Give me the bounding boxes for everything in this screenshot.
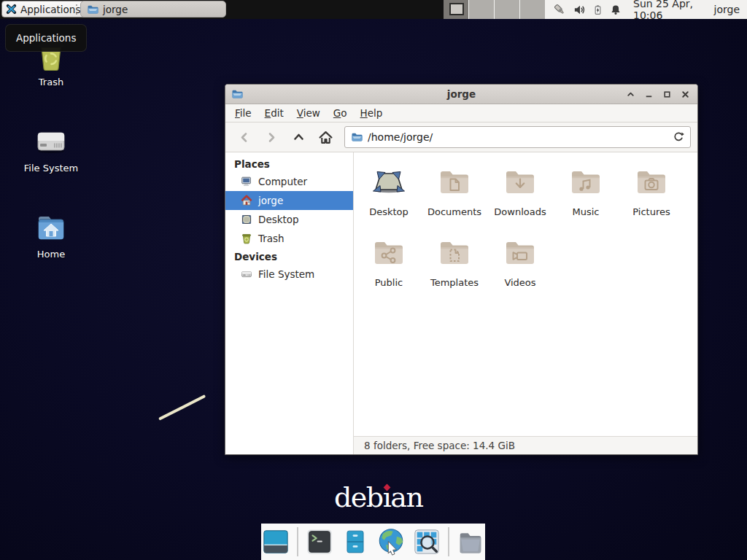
panel-handle[interactable]: [75, 4, 78, 15]
battery-tray-icon[interactable]: [592, 4, 603, 16]
maximize-button[interactable]: [661, 88, 673, 101]
sidebar-item-computer[interactable]: Computer: [225, 172, 353, 191]
path-bar[interactable]: [344, 126, 691, 148]
menubar: FileEditViewGoHelp: [225, 104, 697, 122]
shade-button[interactable]: [624, 88, 637, 101]
toolbar: [225, 122, 697, 152]
show-desktop-icon: [262, 528, 290, 556]
path-input[interactable]: [368, 131, 667, 143]
status-bar: 8 folders, Free space: 14.4 GiB: [354, 436, 697, 454]
sidebar-item-label: Trash: [258, 233, 285, 244]
menu-help[interactable]: Help: [354, 105, 390, 121]
up-button[interactable]: [286, 126, 311, 148]
terminal-icon: [306, 528, 333, 556]
folder-icon: [87, 4, 98, 15]
desktop-icon-label: File System: [24, 163, 78, 174]
close-button[interactable]: [679, 88, 692, 101]
desktop16-icon: [241, 214, 252, 225]
window-titlebar[interactable]: jorge: [225, 85, 697, 104]
home48-icon: [34, 210, 69, 245]
dock-file-manager-button[interactable]: [341, 527, 370, 556]
menu-go[interactable]: Go: [327, 105, 354, 121]
path-folder-icon: [351, 131, 363, 143]
dock: [261, 524, 485, 560]
folder-icon: [457, 528, 484, 556]
file-music[interactable]: Music: [553, 165, 619, 236]
window-folder-icon: [231, 88, 243, 100]
back-button[interactable]: [232, 126, 257, 148]
volume-tray-icon[interactable]: [573, 4, 586, 16]
user-menu[interactable]: jorge: [714, 4, 740, 15]
sidebar-item-label: Computer: [258, 176, 307, 187]
workspace-1[interactable]: [444, 0, 469, 19]
desktop-folder-icon: [371, 165, 406, 200]
file-manager-icon: [343, 528, 368, 556]
workspace-4[interactable]: [520, 0, 546, 19]
top-panel: Applications jorge Sun 25 Apr, 10:06 jor…: [0, 0, 747, 19]
dock-folder-button[interactable]: [456, 527, 485, 556]
computer16-icon: [241, 176, 252, 187]
taskbar-window-label: jorge: [103, 4, 128, 15]
wordmark-post: an: [390, 481, 422, 513]
sidebar-item-label: File System: [258, 268, 314, 280]
dock-terminal-button[interactable]: [305, 527, 334, 556]
pencil-stroke-artifact: [158, 394, 206, 421]
reload-button[interactable]: [673, 131, 684, 143]
file-label: Documents: [427, 206, 481, 217]
workspace-window-preview: [449, 3, 464, 15]
clock[interactable]: Sun 25 Apr, 10:06: [633, 0, 704, 21]
sidebar-item-trash[interactable]: Trash: [225, 229, 353, 248]
file-label: Music: [573, 206, 600, 217]
desktop: Applications jorge Sun 25 Apr, 10:06 jor…: [0, 0, 747, 560]
minimize-button[interactable]: [643, 88, 655, 101]
forward-button[interactable]: [259, 126, 284, 148]
drive48-icon: [34, 124, 69, 159]
dock-app-finder-button[interactable]: [412, 527, 441, 556]
camera-folder-icon: [634, 165, 669, 200]
file-pictures[interactable]: Pictures: [619, 165, 684, 236]
dock-show-desktop-button[interactable]: [261, 527, 290, 556]
dock-web-browser-button[interactable]: [376, 527, 406, 556]
sidebar-item-file-system[interactable]: File System: [225, 265, 353, 284]
applications-menu-label: Applications: [20, 4, 80, 15]
sidebar-places-header: Places: [225, 155, 353, 172]
system-tray: [553, 3, 622, 17]
file-videos[interactable]: Videos: [487, 236, 553, 306]
file-label: Videos: [504, 277, 535, 288]
file-label: Public: [375, 277, 403, 288]
video-folder-icon: [503, 236, 538, 271]
debian-wordmark: debıan: [334, 481, 422, 513]
trash16-icon: [241, 233, 252, 244]
file-public[interactable]: Public: [356, 236, 422, 306]
xfce-logo-icon: [5, 3, 18, 15]
file-label: Desktop: [369, 206, 409, 217]
menu-edit[interactable]: Edit: [258, 105, 290, 121]
taskbar-window-button[interactable]: jorge: [80, 1, 226, 18]
notifications-tray-icon[interactable]: [610, 4, 622, 16]
workspace-3[interactable]: [495, 0, 520, 19]
file-label: Downloads: [494, 206, 546, 217]
desktop-icon-file-system[interactable]: File System: [22, 124, 80, 174]
sidebar-item-jorge[interactable]: jorge: [225, 191, 353, 210]
file-label: Templates: [430, 277, 479, 288]
home-button[interactable]: [313, 126, 338, 148]
dock-separator: [297, 527, 298, 556]
menu-view[interactable]: View: [290, 105, 327, 121]
workspace-2[interactable]: [469, 0, 495, 19]
file-manager-window: jorge FileEditViewGoHelp PlacesComputerj…: [225, 84, 698, 455]
file-documents[interactable]: Documents: [422, 165, 487, 236]
desktop-icon-home[interactable]: Home: [22, 210, 80, 260]
sidebar: PlacesComputerjorgeDesktopTrashDevicesFi…: [225, 152, 354, 454]
download-folder-icon: [503, 165, 538, 200]
file-desktop[interactable]: Desktop: [356, 165, 422, 236]
workspace-switcher: [444, 0, 546, 19]
menu-file[interactable]: File: [228, 105, 258, 121]
file-templates[interactable]: Templates: [422, 236, 487, 306]
sidebar-item-desktop[interactable]: Desktop: [225, 210, 353, 229]
peripheral-tray-icon[interactable]: [553, 3, 567, 17]
file-downloads[interactable]: Downloads: [487, 165, 553, 236]
file-grid: DesktopDocumentsDownloadsMusicPicturesPu…: [354, 152, 697, 436]
app-finder-icon: [413, 528, 441, 556]
applications-menu-button[interactable]: Applications: [1, 1, 87, 18]
file-label: Pictures: [632, 206, 670, 217]
